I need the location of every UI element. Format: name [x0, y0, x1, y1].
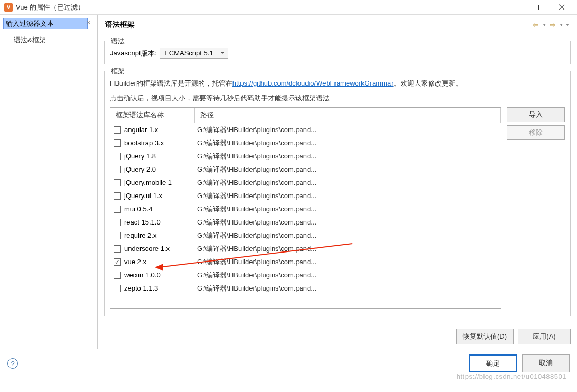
row-checkbox[interactable]: [114, 285, 121, 292]
back-drop-icon[interactable]: ▼: [542, 23, 546, 27]
remove-button[interactable]: 移除: [507, 125, 565, 140]
col-header-path[interactable]: 路径: [195, 108, 501, 123]
footer: ? 确定 取消: [0, 349, 577, 378]
row-name: weixin 1.0.0: [124, 271, 161, 279]
row-path: G:\编译器\HBuilder\plugins\com.pand...: [195, 191, 501, 201]
clear-filter-icon[interactable]: ✕: [86, 20, 91, 26]
framework-legend: 框架: [109, 67, 127, 76]
sidebar-item-grammar-framework[interactable]: 语法&框架: [3, 33, 94, 47]
table-row[interactable]: mui 0.5.4G:\编译器\HBuilder\plugins\com.pan…: [110, 202, 501, 216]
row-checkbox[interactable]: [114, 206, 121, 213]
row-name: jQuery 2.0: [124, 165, 156, 173]
row-checkbox[interactable]: [114, 258, 121, 266]
minimize-button[interactable]: [503, 2, 519, 13]
table-row[interactable]: react 15.1.0G:\编译器\HBuilder\plugins\com.…: [110, 216, 501, 229]
row-path: G:\编译器\HBuilder\plugins\com.pand...: [195, 218, 501, 227]
framework-desc-suffix: 。欢迎大家修改更新。: [394, 79, 462, 87]
page-title: 语法框架: [105, 20, 532, 30]
row-checkbox[interactable]: [114, 179, 121, 186]
menu-drop-icon[interactable]: ▼: [565, 23, 570, 27]
col-header-name[interactable]: 框架语法库名称: [110, 108, 195, 123]
row-path: G:\编译器\HBuilder\plugins\com.pand...: [195, 231, 501, 240]
app-icon: V: [4, 3, 13, 12]
row-name: jQuery 1.8: [124, 152, 156, 160]
nav-arrows: ⇦▼ ⇨▼ ▼: [532, 21, 570, 29]
filter-input[interactable]: [3, 18, 88, 29]
window-title: Vue 的属性（已过滤）: [16, 3, 503, 12]
row-name: react 15.1.0: [124, 218, 161, 226]
table-row[interactable]: angular 1.xG:\编译器\HBuilder\plugins\com.p…: [110, 123, 501, 136]
framework-desc-prefix: HBuilder的框架语法库是开源的，托管在: [110, 79, 232, 87]
row-path: G:\编译器\HBuilder\plugins\com.pand...: [195, 125, 501, 135]
framework-fieldset: 框架 HBuilder的框架语法库是开源的，托管在https://github.…: [104, 71, 571, 316]
titlebar: V Vue 的属性（已过滤）: [0, 0, 577, 15]
ok-button[interactable]: 确定: [469, 354, 517, 372]
row-path: G:\编译器\HBuilder\plugins\com.pand...: [195, 244, 501, 254]
row-name: jQuery.ui 1.x: [124, 192, 162, 200]
restore-defaults-button[interactable]: 恢复默认值(D): [456, 329, 514, 344]
row-name: zepto 1.1.3: [124, 284, 158, 292]
row-checkbox[interactable]: [114, 272, 121, 279]
row-path: G:\编译器\HBuilder\plugins\com.pand...: [195, 204, 501, 214]
row-checkbox[interactable]: [114, 166, 121, 173]
table-row[interactable]: zepto 1.1.3G:\编译器\HBuilder\plugins\com.p…: [110, 282, 501, 295]
close-button[interactable]: [554, 2, 570, 13]
grammar-fieldset: 语法 Javascript版本: ECMAScript 5.1: [104, 41, 571, 64]
row-path: G:\编译器\HBuilder\plugins\com.pand...: [195, 152, 501, 161]
framework-table: 框架语法库名称 路径 angular 1.xG:\编译器\HBuilder\pl…: [110, 107, 501, 309]
import-button[interactable]: 导入: [507, 107, 565, 122]
row-path: G:\编译器\HBuilder\plugins\com.pand...: [195, 138, 501, 148]
row-name: bootstrap 3.x: [124, 139, 164, 147]
row-path: G:\编译器\HBuilder\plugins\com.pand...: [195, 178, 501, 188]
maximize-button[interactable]: [528, 2, 544, 13]
back-icon[interactable]: ⇦: [532, 21, 540, 29]
row-checkbox[interactable]: [114, 219, 121, 226]
table-row-empty: [110, 295, 501, 308]
row-checkbox[interactable]: [114, 126, 121, 134]
framework-link[interactable]: https://github.com/dcloudio/WebFramework…: [232, 79, 394, 87]
apply-button[interactable]: 应用(A): [518, 329, 571, 344]
row-checkbox[interactable]: [114, 232, 121, 239]
help-icon[interactable]: ?: [7, 358, 18, 369]
table-row[interactable]: bootstrap 3.xG:\编译器\HBuilder\plugins\com…: [110, 136, 501, 150]
row-name: underscore 1.x: [124, 245, 170, 253]
row-path: G:\编译器\HBuilder\plugins\com.pand...: [195, 270, 501, 280]
table-row[interactable]: require 2.xG:\编译器\HBuilder\plugins\com.p…: [110, 229, 501, 242]
content-pane: 语法框架 ⇦▼ ⇨▼ ▼ 语法 Javascript版本: ECMAScript…: [98, 15, 577, 349]
window-controls: [503, 2, 573, 13]
table-row[interactable]: jQuery 1.8G:\编译器\HBuilder\plugins\com.pa…: [110, 150, 501, 163]
js-version-select[interactable]: ECMAScript 5.1: [160, 48, 228, 59]
cancel-button[interactable]: 取消: [522, 354, 570, 372]
forward-icon[interactable]: ⇨: [548, 21, 557, 29]
sidebar: ✕ 语法&框架: [0, 15, 98, 349]
row-name: require 2.x: [124, 231, 156, 239]
row-checkbox[interactable]: [114, 139, 121, 147]
row-checkbox[interactable]: [114, 153, 121, 160]
row-name: mui 0.5.4: [124, 205, 152, 213]
row-name: angular 1.x: [124, 126, 158, 134]
table-row[interactable]: vue 2.xG:\编译器\HBuilder\plugins\com.pand.…: [110, 255, 501, 268]
table-row[interactable]: underscore 1.xG:\编译器\HBuilder\plugins\co…: [110, 242, 501, 255]
js-version-label: Javascript版本:: [110, 49, 156, 58]
row-path: G:\编译器\HBuilder\plugins\com.pand...: [195, 257, 501, 267]
table-row[interactable]: jQuery.ui 1.xG:\编译器\HBuilder\plugins\com…: [110, 189, 501, 202]
row-name: jQuery.mobile 1: [124, 179, 172, 186]
table-row[interactable]: jQuery 2.0G:\编译器\HBuilder\plugins\com.pa…: [110, 163, 501, 176]
row-path: G:\编译器\HBuilder\plugins\com.pand...: [195, 284, 501, 293]
row-checkbox[interactable]: [114, 192, 121, 200]
framework-desc-2: 点击确认后，视项目大小，需要等待几秒后代码助手才能提示该框架语法: [110, 92, 565, 104]
row-checkbox[interactable]: [114, 245, 121, 253]
row-path: G:\编译器\HBuilder\plugins\com.pand...: [195, 165, 501, 174]
table-row[interactable]: jQuery.mobile 1G:\编译器\HBuilder\plugins\c…: [110, 176, 501, 189]
forward-drop-icon[interactable]: ▼: [559, 23, 563, 27]
table-row[interactable]: weixin 1.0.0G:\编译器\HBuilder\plugins\com.…: [110, 268, 501, 282]
row-name: vue 2.x: [124, 258, 146, 266]
grammar-legend: 语法: [109, 36, 127, 46]
